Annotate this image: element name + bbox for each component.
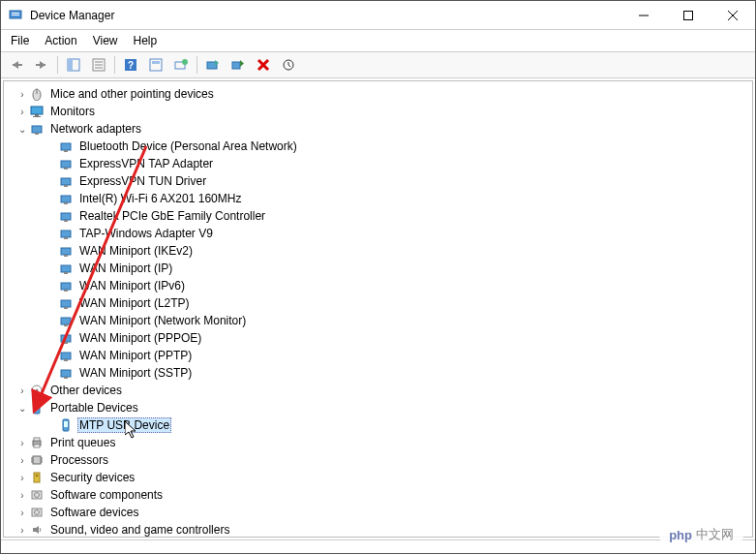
toolbar-separator [57, 56, 58, 74]
mouse-icon [29, 87, 45, 101]
svg-rect-44 [152, 61, 160, 64]
svg-text:?: ? [128, 60, 134, 71]
chevron-down-icon[interactable]: ⌄ [15, 403, 29, 414]
network-icon [58, 227, 74, 240]
device-tree[interactable]: ›Mice and other pointing devices ›Monito… [3, 80, 753, 538]
toolbar-more-button[interactable] [277, 54, 300, 76]
tree-item-software-components[interactable]: ›Software components [12, 486, 752, 504]
window-title: Device Manager [30, 9, 621, 22]
tree-item-wan-sstp[interactable]: WAN Miniport (SSTP) [12, 364, 752, 382]
uninstall-device-button[interactable] [252, 54, 275, 76]
network-icon [58, 174, 74, 188]
forward-button[interactable] [30, 54, 53, 76]
network-icon [58, 262, 74, 275]
tree-item-wan-ikev2[interactable]: WAN Miniport (IKEv2) [12, 242, 752, 260]
app-icon [9, 8, 24, 23]
chevron-right-icon[interactable]: › [15, 508, 29, 518]
printer-icon [29, 436, 45, 449]
tree-item-expressvpn-tun[interactable]: ExpressVPN TUN Driver [12, 172, 752, 190]
tree-item-bluetooth[interactable]: Bluetooth Device (Personal Area Network) [12, 138, 752, 155]
maximize-button[interactable] [666, 1, 711, 29]
tree-item-wan-pptp[interactable]: WAN Miniport (PPTP) [12, 347, 752, 364]
svg-point-46 [182, 59, 188, 65]
tree-item-expressvpn-tap[interactable]: ExpressVPN TAP Adapter [12, 155, 752, 172]
sound-icon [29, 523, 45, 537]
network-icon [58, 331, 74, 345]
tree-item-other-devices[interactable]: ›Other devices [12, 382, 752, 399]
show-hide-button[interactable] [62, 54, 85, 76]
other-icon [29, 384, 45, 397]
network-icon [58, 279, 74, 292]
statusbar [1, 539, 755, 554]
tree-item-tap-windows[interactable]: TAP-Windows Adapter V9 [12, 225, 752, 242]
chevron-right-icon[interactable]: › [15, 89, 29, 100]
tree-item-monitors[interactable]: ›Monitors [12, 103, 752, 120]
back-button[interactable] [5, 54, 28, 76]
titlebar: Device Manager [1, 1, 755, 30]
svg-rect-43 [150, 59, 162, 71]
scan-hardware-button[interactable] [169, 54, 193, 76]
security-icon [29, 471, 45, 484]
tree-item-wan-l2tp[interactable]: WAN Miniport (L2TP) [12, 294, 752, 312]
chevron-right-icon[interactable]: › [15, 473, 29, 483]
action-button[interactable] [144, 54, 167, 76]
chevron-right-icon[interactable]: › [15, 490, 29, 501]
network-icon [58, 296, 74, 310]
menu-action[interactable]: Action [45, 34, 76, 47]
software-icon [29, 506, 45, 519]
menubar: File Action View Help [1, 30, 755, 52]
chevron-right-icon[interactable]: › [15, 525, 29, 536]
network-icon [29, 122, 45, 136]
help-button[interactable]: ? [119, 54, 142, 76]
tree-item-wan-ip[interactable]: WAN Miniport (IP) [12, 260, 752, 277]
network-icon [58, 366, 74, 380]
chevron-right-icon[interactable]: › [15, 107, 29, 117]
tree-item-mice[interactable]: ›Mice and other pointing devices [12, 85, 752, 103]
tree-item-print-queues[interactable]: ›Print queues [12, 434, 752, 451]
network-icon [58, 192, 74, 205]
svg-rect-36 [68, 59, 73, 71]
tree-item-network-adapters[interactable]: ⌄Network adapters [12, 120, 752, 138]
watermark: php 中文网 [659, 524, 743, 545]
tree-item-wan-ipv6[interactable]: WAN Miniport (IPv6) [12, 277, 752, 294]
portable-icon [58, 418, 74, 432]
chevron-right-icon[interactable]: › [15, 385, 29, 396]
watermark-php: php [669, 528, 692, 542]
tree-item-portable-devices[interactable]: ⌄Portable Devices [12, 399, 752, 416]
network-icon [58, 157, 74, 170]
network-icon [58, 314, 74, 327]
svg-rect-48 [232, 62, 240, 69]
close-button[interactable] [711, 1, 755, 29]
tree-item-security-devices[interactable]: ›Security devices [12, 469, 752, 486]
tree-item-wan-pppoe[interactable]: WAN Miniport (PPPOE) [12, 329, 752, 347]
chevron-right-icon[interactable]: › [15, 438, 29, 448]
tree-item-wan-netmon[interactable]: WAN Miniport (Network Monitor) [12, 312, 752, 329]
tree-item-intel-wifi[interactable]: Intel(R) Wi-Fi 6 AX201 160MHz [12, 190, 752, 207]
chevron-right-icon[interactable]: › [15, 455, 29, 466]
tree-item-software-devices[interactable]: ›Software devices [12, 504, 752, 521]
toolbar: ? [1, 52, 755, 78]
toolbar-separator [197, 56, 197, 74]
tree-item-mtp-usb[interactable]: MTP USB Device [12, 416, 752, 434]
svg-rect-30 [684, 11, 693, 19]
network-icon [58, 349, 74, 362]
properties-button[interactable] [87, 54, 110, 76]
minimize-button[interactable] [621, 1, 666, 29]
window-buttons [621, 1, 755, 29]
menu-file[interactable]: File [11, 34, 29, 47]
tree-item-sound[interactable]: ›Sound, video and game controllers [12, 521, 752, 538]
portable-icon [29, 401, 45, 415]
network-icon [58, 139, 74, 153]
disable-device-button[interactable] [227, 54, 250, 76]
cpu-icon [29, 453, 45, 467]
update-driver-button[interactable] [201, 54, 225, 76]
tree-item-processors[interactable]: ›Processors [12, 451, 752, 469]
tree-item-realtek[interactable]: Realtek PCIe GbE Family Controller [12, 207, 752, 225]
menu-help[interactable]: Help [134, 34, 158, 47]
menu-view[interactable]: View [93, 34, 118, 47]
software-icon [29, 488, 45, 502]
toolbar-separator [114, 56, 115, 74]
network-icon [58, 209, 74, 223]
monitor-icon [29, 105, 45, 118]
chevron-down-icon[interactable]: ⌄ [15, 124, 29, 135]
